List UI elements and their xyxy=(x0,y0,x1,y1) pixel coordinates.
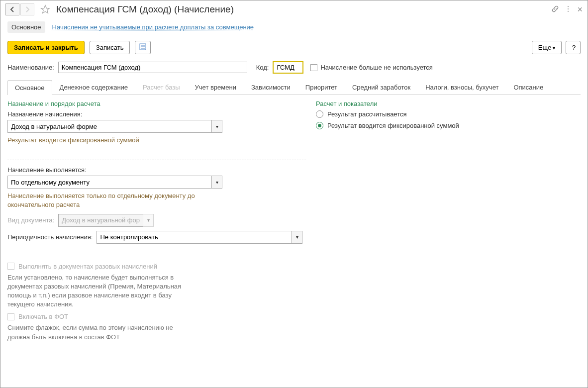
right-section-title: Расчет и показатели xyxy=(316,100,581,107)
oneoff-label: Выполнять в документах разовых начислени… xyxy=(18,263,157,270)
purpose-label: Назначение начисления: xyxy=(7,110,306,118)
list-button[interactable] xyxy=(135,41,151,54)
fot-checkbox xyxy=(7,313,14,320)
name-input[interactable] xyxy=(58,62,247,73)
back-button[interactable] xyxy=(5,3,19,15)
tab-time[interactable]: Учет времени xyxy=(188,80,244,95)
exec-dropdown-icon[interactable]: ▾ xyxy=(211,176,222,189)
code-label: Код: xyxy=(256,64,269,71)
radio-calc-label: Результат рассчитывается xyxy=(327,110,407,118)
subnav-main[interactable]: Основное xyxy=(7,21,45,33)
help-button[interactable]: ? xyxy=(566,41,581,54)
link-icon[interactable] xyxy=(551,5,559,14)
close-icon[interactable]: × xyxy=(577,4,583,15)
tab-desc[interactable]: Описание xyxy=(506,80,551,95)
left-section-title: Назначение и порядок расчета xyxy=(7,100,306,107)
exec-label: Начисление выполняется: xyxy=(7,166,306,174)
star-icon[interactable] xyxy=(40,4,50,14)
notused-checkbox[interactable] xyxy=(310,64,317,71)
exec-hint: Начисление выполняется только по отдельн… xyxy=(7,192,211,209)
radio-calc[interactable]: Результат рассчитывается xyxy=(316,110,581,118)
doc-label: Вид документа: xyxy=(7,216,54,224)
tab-avg[interactable]: Средний заработок xyxy=(345,80,418,95)
tab-deps[interactable]: Зависимости xyxy=(244,80,298,95)
period-label: Периодичность начисления: xyxy=(7,233,93,241)
fot-label: Включать в ФОТ xyxy=(18,313,68,320)
tab-tax[interactable]: Налоги, взносы, бухучет xyxy=(418,80,506,95)
more-button[interactable]: Еще xyxy=(532,41,562,54)
svg-point-2 xyxy=(568,10,569,11)
save-close-button[interactable]: Записать и закрыть xyxy=(7,41,85,54)
doc-select xyxy=(58,214,143,227)
period-dropdown-icon[interactable]: ▾ xyxy=(292,231,302,244)
tab-priority[interactable]: Приоритет xyxy=(298,80,345,95)
period-select[interactable] xyxy=(97,231,292,244)
tab-base: Расчет базы xyxy=(135,80,188,95)
exec-select[interactable] xyxy=(7,176,211,189)
tab-main[interactable]: Основное xyxy=(7,80,52,95)
radio-icon xyxy=(316,110,323,118)
radio-fixed[interactable]: Результат вводится фиксированной суммой xyxy=(316,122,581,129)
notused-label: Начисление больше не используется xyxy=(320,64,432,71)
radio-icon-checked xyxy=(316,122,323,129)
forward-button xyxy=(20,3,34,15)
page-title: Компенсация ГСМ (доход) (Начисление) xyxy=(56,4,234,15)
fot-hint: Снимите флажок, если сумма по этому начи… xyxy=(7,323,192,341)
doc-dropdown-icon: ▾ xyxy=(143,214,154,227)
purpose-select[interactable] xyxy=(7,120,211,133)
purpose-dropdown-icon[interactable]: ▾ xyxy=(211,120,222,133)
svg-point-0 xyxy=(568,6,569,7)
subnav-link[interactable]: Начисления не учитываемые при расчете до… xyxy=(52,23,254,31)
name-label: Наименование: xyxy=(7,64,54,71)
oneoff-checkbox xyxy=(7,263,14,270)
menu-dots-icon[interactable] xyxy=(564,5,572,14)
code-input[interactable] xyxy=(273,61,303,74)
oneoff-hint: Если установлено, то начисление будет вы… xyxy=(7,273,192,309)
purpose-hint: Результат вводится фиксированной суммой xyxy=(7,136,306,145)
tabs: Основное Денежное содержание Расчет базы… xyxy=(7,80,581,95)
tab-money[interactable]: Денежное содержание xyxy=(52,80,135,95)
save-button[interactable]: Записать xyxy=(90,41,130,54)
radio-fixed-label: Результат вводится фиксированной суммой xyxy=(327,122,459,129)
svg-point-1 xyxy=(568,8,569,9)
